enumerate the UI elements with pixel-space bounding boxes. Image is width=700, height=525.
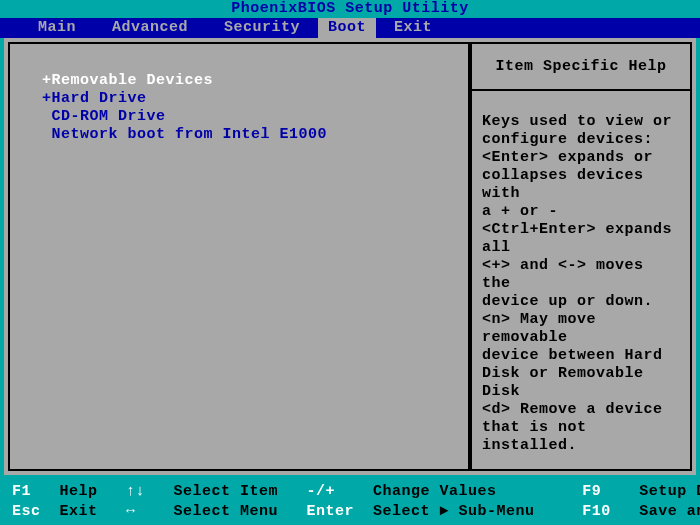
footer-label: Select Menu	[164, 502, 307, 522]
footer-key: Enter	[307, 502, 364, 522]
menu-bar: MainAdvancedSecurityBootExit	[0, 18, 700, 38]
help-body: Keys used to view or configure devices: …	[472, 91, 690, 463]
footer-row-1: Esc Exit ↔ Select Menu Enter Select ► Su…	[12, 502, 692, 522]
footer-keys: F1 Help ↑↓ Select Item -/+ Change Values…	[0, 475, 700, 525]
footer-label: Select Item	[164, 482, 307, 502]
boot-item-3[interactable]: Network boot from Intel E1000	[42, 126, 448, 144]
footer-key: F9	[582, 482, 630, 502]
menu-tab-boot[interactable]: Boot	[318, 18, 376, 38]
menu-tab-main[interactable]: Main	[20, 18, 94, 38]
footer-row-0: F1 Help ↑↓ Select Item -/+ Change Values…	[12, 482, 692, 502]
menu-tab-exit[interactable]: Exit	[376, 18, 450, 38]
boot-item-0[interactable]: +Removable Devices	[42, 72, 448, 90]
footer-key: ↔	[126, 502, 164, 522]
footer-label: Exit	[50, 502, 126, 522]
footer-key: ↑↓	[126, 482, 164, 502]
footer-label: Help	[50, 482, 126, 502]
menu-tab-security[interactable]: Security	[206, 18, 318, 38]
footer-key: Esc	[12, 502, 50, 522]
footer-key: F10	[582, 502, 630, 522]
footer-label: Save and Exit	[630, 502, 700, 522]
title-bar: PhoenixBIOS Setup Utility	[0, 0, 700, 18]
help-panel: Item Specific Help Keys used to view or …	[470, 42, 692, 471]
help-title: Item Specific Help	[472, 44, 690, 91]
footer-key: F1	[12, 482, 50, 502]
menu-tab-advanced[interactable]: Advanced	[94, 18, 206, 38]
boot-item-1[interactable]: +Hard Drive	[42, 90, 448, 108]
boot-order-panel: +Removable Devices+Hard Drive CD-ROM Dri…	[8, 42, 470, 471]
footer-label: Change Values	[364, 482, 583, 502]
footer-key: -/+	[307, 482, 364, 502]
boot-item-2[interactable]: CD-ROM Drive	[42, 108, 448, 126]
main-area: +Removable Devices+Hard Drive CD-ROM Dri…	[0, 38, 700, 475]
footer-label: Select ► Sub-Menu	[364, 502, 583, 522]
footer-label: Setup Defaults	[630, 482, 700, 502]
